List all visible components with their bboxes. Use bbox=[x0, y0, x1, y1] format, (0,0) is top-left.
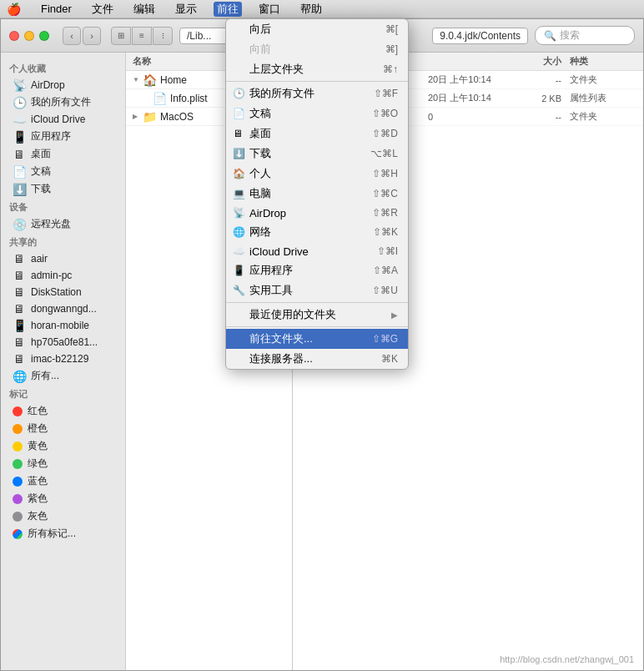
sidebar-item-all-files[interactable]: 🕒 我的所有文件 bbox=[4, 93, 122, 111]
sidebar-item-admin-pc[interactable]: 🖥 admin-pc bbox=[4, 267, 122, 284]
menu-item-downloads[interactable]: ⬇️ 下载 ⌥⌘L bbox=[226, 144, 408, 164]
sidebar-item-documents-label: 文稿 bbox=[31, 164, 51, 179]
menubar-go[interactable]: 前往 bbox=[214, 2, 242, 17]
sidebar-item-downloads[interactable]: ⬇️ 下载 bbox=[4, 180, 122, 198]
close-button[interactable] bbox=[9, 31, 19, 41]
maximize-button[interactable] bbox=[39, 31, 49, 41]
sidebar-item-desktop[interactable]: 🖥 桌面 bbox=[4, 145, 122, 163]
menu-item-apps[interactable]: 📱 应用程序 ⇧⌘A bbox=[226, 260, 408, 280]
imac-icon: 🖥 bbox=[13, 352, 26, 366]
utilities-menu-icon: 🔧 bbox=[233, 285, 245, 296]
menu-item-forward: 向前 ⌘] bbox=[226, 39, 408, 59]
sidebar-item-tag-gray[interactable]: 灰色 bbox=[4, 507, 122, 525]
separator-2 bbox=[226, 302, 408, 303]
menu-item-airdrop-shortcut: ⇧⌘R bbox=[372, 207, 398, 219]
menu-item-network-shortcut: ⇧⌘K bbox=[373, 226, 398, 238]
menu-item-utilities[interactable]: 🔧 实用工具 ⇧⌘U bbox=[226, 280, 408, 300]
menu-item-connect-server-shortcut: ⌘K bbox=[381, 353, 398, 365]
all-tags-icon bbox=[13, 529, 23, 539]
menu-item-personal[interactable]: 🏠 个人 ⇧⌘H bbox=[226, 164, 408, 184]
menu-item-network[interactable]: 🌐 网络 ⇧⌘K bbox=[226, 222, 408, 242]
menu-item-computer-shortcut: ⇧⌘C bbox=[372, 188, 398, 199]
sidebar-item-all-tags[interactable]: 所有标记... bbox=[4, 525, 122, 542]
view-buttons: ⊞ ≡ ⫶ bbox=[111, 27, 173, 45]
rph-size: 大小 bbox=[511, 55, 561, 68]
sidebar-item-imac[interactable]: 🖥 imac-b22129 bbox=[4, 351, 122, 367]
menu-item-parent[interactable]: 上层文件夹 ⌘↑ bbox=[226, 59, 408, 79]
sidebar-item-apps[interactable]: 📱 应用程序 bbox=[4, 128, 122, 145]
all-tags-label: 所有标记... bbox=[28, 527, 76, 541]
column-view-button[interactable]: ⫶ bbox=[153, 27, 173, 45]
sidebar-item-icloud[interactable]: ☁️ iCloud Drive bbox=[4, 111, 122, 128]
sidebar-item-documents[interactable]: 📄 文稿 bbox=[4, 163, 122, 180]
tag-gray-icon bbox=[13, 512, 23, 522]
forward-button[interactable]: › bbox=[83, 27, 101, 45]
menu-item-airdrop-label: AirDrop bbox=[249, 207, 372, 219]
sidebar-item-tag-green[interactable]: 绿色 bbox=[4, 455, 122, 472]
icon-view-button[interactable]: ⊞ bbox=[111, 27, 131, 45]
icloud-menu-icon: ☁️ bbox=[233, 245, 245, 257]
network-menu-icon: 🌐 bbox=[233, 226, 245, 238]
menu-item-connect-server[interactable]: 连接服务器... ⌘K bbox=[226, 349, 408, 369]
search-box[interactable]: 🔍 搜索 bbox=[535, 26, 635, 45]
sidebar-item-horan-mobile[interactable]: 📱 horan-mobile bbox=[4, 317, 122, 334]
menu-item-all-files[interactable]: 🕒 我的所有文件 ⇧⌘F bbox=[226, 83, 408, 103]
menu-item-goto-folder[interactable]: 前往文件夹... ⇧⌘G bbox=[226, 329, 408, 349]
sidebar: 个人收藏 📡 AirDrop 🕒 我的所有文件 ☁️ iCloud Drive … bbox=[1, 53, 126, 670]
submenu-arrow-icon: ▶ bbox=[391, 310, 398, 320]
menu-item-computer[interactable]: 💻 电脑 ⇧⌘C bbox=[226, 184, 408, 204]
sidebar-item-all-shared[interactable]: 🌐 所有... bbox=[4, 367, 122, 385]
sidebar-item-diskstation-label: DiskStation bbox=[31, 286, 82, 298]
sidebar-item-tag-orange[interactable]: 橙色 bbox=[4, 420, 122, 437]
sidebar-item-airdrop[interactable]: 📡 AirDrop bbox=[4, 77, 122, 93]
sidebar-item-remote-disc[interactable]: 💿 远程光盘 bbox=[4, 215, 122, 233]
sidebar-item-horan-mobile-label: horan-mobile bbox=[31, 320, 89, 331]
menu-item-docs-label: 文稿 bbox=[249, 106, 372, 121]
menubar-file[interactable]: 文件 bbox=[88, 2, 117, 17]
downloads-icon: ⬇️ bbox=[13, 183, 26, 196]
sidebar-item-dongwanngd[interactable]: 🖥 dongwanngd... bbox=[4, 300, 122, 317]
sidebar-item-tag-purple[interactable]: 紫色 bbox=[4, 490, 122, 507]
back-button[interactable]: ‹ bbox=[63, 27, 81, 45]
sidebar-item-tag-yellow[interactable]: 黄色 bbox=[4, 437, 122, 455]
sidebar-item-hp705a[interactable]: 🖥 hp705a0fe81... bbox=[4, 334, 122, 351]
minimize-button[interactable] bbox=[24, 31, 34, 41]
menu-item-connect-server-label: 连接服务器... bbox=[249, 351, 381, 366]
list-view-button[interactable]: ≡ bbox=[132, 27, 152, 45]
menu-item-docs[interactable]: 📄 文稿 ⇧⌘O bbox=[226, 103, 408, 124]
separator-3 bbox=[226, 326, 408, 327]
menu-item-recent-folders[interactable]: 最近使用的文件夹 ▶ bbox=[226, 305, 408, 325]
menu-item-downloads-label: 下载 bbox=[249, 146, 370, 161]
menu-item-desktop[interactable]: 🖥 桌面 ⇧⌘D bbox=[226, 124, 408, 144]
sidebar-item-diskstation[interactable]: 🖥 DiskStation bbox=[4, 284, 122, 300]
menubar: 🍎 Finder 文件 编辑 显示 前往 窗口 帮助 bbox=[0, 0, 644, 18]
menubar-window[interactable]: 窗口 bbox=[255, 2, 284, 17]
menu-item-utilities-shortcut: ⇧⌘U bbox=[372, 285, 398, 296]
devices-section-title: 设备 bbox=[1, 198, 125, 215]
menu-item-icloud[interactable]: ☁️ iCloud Drive ⇧⌘I bbox=[226, 242, 408, 260]
tag-green-icon bbox=[13, 459, 23, 469]
desktop-icon: 🖥 bbox=[13, 148, 26, 161]
sidebar-item-tag-blue[interactable]: 蓝色 bbox=[4, 472, 122, 490]
sidebar-item-tag-red[interactable]: 红色 bbox=[4, 402, 122, 420]
menu-item-back[interactable]: 向后 ⌘[ bbox=[226, 19, 408, 39]
menu-item-airdrop[interactable]: 📡 AirDrop ⇧⌘R bbox=[226, 204, 408, 222]
sidebar-item-dongwanngd-label: dongwanngd... bbox=[31, 303, 97, 315]
docs-menu-icon: 📄 bbox=[233, 108, 245, 119]
menubar-view[interactable]: 显示 bbox=[172, 2, 200, 17]
sidebar-item-admin-pc-label: admin-pc bbox=[31, 270, 72, 281]
menubar-edit[interactable]: 编辑 bbox=[130, 2, 158, 17]
menu-item-utilities-label: 实用工具 bbox=[249, 283, 372, 298]
sidebar-item-aair[interactable]: 🖥 aair bbox=[4, 250, 122, 267]
tag-red-label: 红色 bbox=[28, 404, 48, 418]
sidebar-item-airdrop-label: AirDrop bbox=[31, 79, 65, 91]
apple-menu[interactable]: 🍎 bbox=[7, 3, 21, 16]
horan-mobile-icon: 📱 bbox=[13, 319, 26, 332]
menu-item-back-shortcut: ⌘[ bbox=[385, 23, 398, 35]
menubar-finder[interactable]: Finder bbox=[38, 3, 75, 15]
sidebar-item-downloads-label: 下载 bbox=[31, 182, 51, 196]
menu-item-personal-label: 个人 bbox=[249, 166, 372, 181]
menubar-help[interactable]: 帮助 bbox=[297, 2, 325, 17]
sidebar-item-hp705a-label: hp705a0fe81... bbox=[31, 336, 98, 348]
rprow-kind-2: 属性列表 bbox=[570, 92, 636, 104]
